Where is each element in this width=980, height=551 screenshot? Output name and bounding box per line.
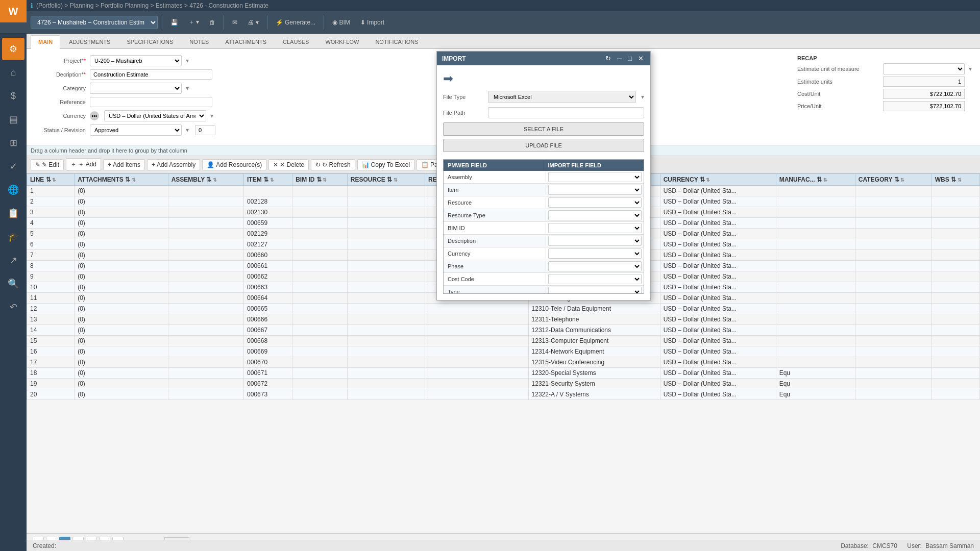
fmap-import-select[interactable] — [548, 172, 642, 182]
edit-button[interactable]: ✎ ✎ Edit — [31, 159, 64, 170]
table-row[interactable]: 13(0)00066612311-TelephoneUSD – Dollar (… — [27, 314, 980, 325]
fmap-import-select[interactable] — [548, 261, 642, 271]
fmap-import-select[interactable] — [548, 236, 642, 246]
table-cell: 002129 — [244, 229, 292, 239]
fmap-row: Item — [444, 184, 644, 196]
tab-notifications[interactable]: NOTIFICATIONS — [368, 35, 426, 48]
fmap-import-select[interactable] — [548, 223, 642, 233]
sidebar-item-globe[interactable]: 🌐 — [2, 179, 24, 201]
description-input[interactable] — [90, 69, 212, 80]
table-row[interactable]: 16(0)00066912314-Network EquipmentUSD – … — [27, 346, 980, 357]
col-wbs[interactable]: WBS ⇅ — [932, 174, 979, 186]
import-button[interactable]: ⬇ Import — [356, 17, 388, 28]
table-cell — [776, 196, 855, 207]
col-assembly[interactable]: ASSEMBLY ⇅ — [168, 174, 243, 186]
tab-attachments[interactable]: ATTACHMENTS — [217, 35, 274, 48]
col-currency[interactable]: CURRENCY ⇅ — [660, 174, 776, 186]
home-icon: ⌂ — [11, 67, 16, 78]
tab-clauses[interactable]: CLAUSES — [275, 35, 316, 48]
fmap-import-select[interactable] — [548, 274, 642, 284]
col-resource[interactable]: RESOURCE ⇅ — [347, 174, 425, 186]
tab-notes[interactable]: NOTES — [182, 35, 216, 48]
copy-excel-button[interactable]: 📊 Copy To Excel — [357, 159, 414, 170]
table-row[interactable]: 20(0)00067312322-A / V SystemsUSD – Doll… — [27, 389, 980, 400]
add-assembly-button[interactable]: + Add Assembly — [147, 159, 200, 170]
recap-title: RECAP — [797, 55, 972, 61]
fmap-import-select[interactable] — [548, 210, 642, 220]
col-item[interactable]: ITEM ⇅ — [244, 174, 292, 186]
table-row[interactable]: 18(0)00067112320-Special SystemsUSD – Do… — [27, 368, 980, 379]
col-attachments[interactable]: ATTACHMENTS ⇅ — [75, 174, 168, 186]
table-cell — [347, 261, 425, 271]
tab-specifications[interactable]: SPECIFICATIONS — [119, 35, 181, 48]
sidebar-item-search[interactable]: 🔍 — [2, 272, 24, 295]
reference-input[interactable] — [90, 97, 212, 107]
fmap-import-select[interactable] — [548, 197, 642, 208]
table-cell — [932, 346, 979, 357]
email-button[interactable]: ✉ — [228, 17, 241, 28]
status-select[interactable]: Approved — [90, 124, 182, 136]
file-type-select[interactable]: Microsoft Excel — [488, 91, 636, 103]
sidebar-item-finance[interactable]: $ — [2, 85, 24, 107]
dialog-minimize-button[interactable]: ─ — [616, 55, 623, 62]
table-row[interactable]: 19(0)00067212321-Security SystemUSD – Do… — [27, 379, 980, 389]
select-file-button[interactable]: SELECT A FILE — [443, 122, 644, 136]
add-resource-button[interactable]: 👤 Add Resource(s) — [202, 159, 266, 170]
import-arrow-icon: ➡ — [443, 71, 644, 86]
delete-button[interactable]: 🗑 — [205, 17, 219, 28]
table-cell — [776, 218, 855, 229]
estimate-dropdown[interactable]: 4726 – Mushaireb – Construction Estim — [31, 16, 158, 29]
upload-file-button[interactable]: UPLOAD FILE — [443, 139, 644, 152]
fmap-import-select[interactable] — [548, 248, 642, 259]
print-button[interactable]: 🖨 ▾ — [243, 17, 262, 28]
sidebar-item-list[interactable]: ▤ — [2, 108, 24, 131]
sidebar-item-clipboard[interactable]: 📋 — [2, 202, 24, 224]
col-category[interactable]: CATEGORY ⇅ — [855, 174, 932, 186]
dialog-refresh-button[interactable]: ↻ — [604, 55, 612, 62]
sidebar-item-education[interactable]: 🎓 — [2, 226, 24, 248]
add-items-button[interactable]: + Add Items — [103, 159, 145, 170]
col-line[interactable]: LINE ⇅ — [27, 174, 75, 186]
sidebar-item-export[interactable]: ↗ — [2, 249, 24, 271]
add-button[interactable]: ＋ ▾ — [184, 16, 203, 29]
table-row[interactable]: 12(0)00066512310-Tele / Data EquipmentUS… — [27, 304, 980, 314]
table-row[interactable]: 17(0)00067012315-Video ConferencingUSD –… — [27, 357, 980, 368]
table-cell — [855, 261, 932, 271]
delete-row-button[interactable]: ✕ ✕ Delete — [268, 159, 309, 170]
sidebar-item-check[interactable]: ✓ — [2, 155, 24, 178]
table-cell — [292, 314, 348, 325]
tab-bar: MAIN ADJUSTMENTS SPECIFICATIONS NOTES AT… — [27, 34, 980, 49]
tab-workflow[interactable]: WORKFLOW — [317, 35, 366, 48]
table-cell — [168, 239, 243, 250]
category-dropdown-icon: ▾ — [186, 85, 189, 92]
project-select[interactable]: U-200 – Mushaireb — [90, 55, 182, 66]
category-select[interactable] — [90, 83, 182, 94]
fmap-import-select[interactable] — [548, 185, 642, 195]
sidebar-item-grid[interactable]: ⊞ — [2, 132, 24, 154]
table-cell — [168, 346, 243, 357]
sidebar-item-settings[interactable]: ⚙ — [2, 38, 24, 60]
generate-button[interactable]: ⚡ Generate... — [272, 17, 320, 28]
file-path-input[interactable] — [488, 107, 644, 118]
grid-add-button[interactable]: ＋ ＋ Add — [66, 158, 101, 171]
currency-select[interactable]: USD – Dollar (United States of America) — [104, 110, 206, 121]
category-label: Category — [35, 85, 86, 91]
table-row[interactable]: 14(0)00066712312-Data CommunicationsUSD … — [27, 325, 980, 336]
tab-adjustments[interactable]: ADJUSTMENTS — [61, 35, 118, 48]
dialog-close-button[interactable]: ✕ — [636, 55, 645, 62]
bim-button[interactable]: ◉ BIM — [328, 17, 354, 28]
dialog-maximize-button[interactable]: □ — [626, 55, 633, 62]
table-cell: 000660 — [244, 250, 292, 261]
sidebar-item-history[interactable]: ↶ — [2, 296, 24, 318]
tab-main[interactable]: MAIN — [31, 35, 60, 49]
refresh-button[interactable]: ↻ ↻ Refresh — [311, 159, 355, 170]
estimate-unit-select[interactable] — [883, 63, 965, 74]
revision-input[interactable] — [195, 125, 215, 135]
col-manufac[interactable]: MANUFAC... ⇅ — [776, 174, 855, 186]
save-button[interactable]: 💾 — [166, 17, 182, 28]
currency-dots-button[interactable]: ••• — [90, 111, 99, 120]
col-bimid[interactable]: BIM ID ⇅ — [292, 174, 348, 186]
fmap-import-select[interactable] — [548, 287, 642, 293]
sidebar-item-home[interactable]: ⌂ — [2, 61, 24, 84]
table-row[interactable]: 15(0)00066812313-Computer EquipmentUSD –… — [27, 336, 980, 346]
